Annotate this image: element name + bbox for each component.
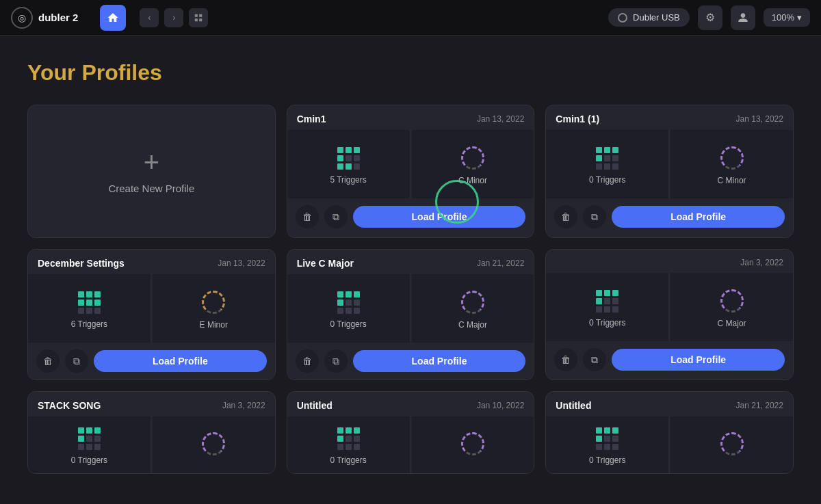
load-profile-button[interactable]: Load Profile [612,206,785,228]
trigger-grid-icon [337,147,360,170]
card-header: Untitled Jan 10, 2022 [287,392,534,416]
card-date: Jan 3, 2022 [740,258,783,267]
device-name: Dubler USB [633,12,680,23]
scale-label: C Major [458,320,487,330]
load-profile-button[interactable]: Load Profile [94,350,267,372]
trigger-grid-icon [78,291,101,314]
card-icons-row: 5 Triggers C Minor [287,130,534,198]
card-header: Live C Major Jan 21, 2022 [287,250,534,274]
svg-rect-2 [195,18,198,21]
card-icons-row: 0 Triggers [287,416,534,473]
card-profile-name: Untitled [297,400,333,411]
card-date: Jan 13, 2022 [218,258,265,268]
svg-rect-3 [200,18,203,21]
card-date: Jan 21, 2022 [477,258,524,268]
svg-rect-1 [200,14,203,16]
card-date: Jan 13, 2022 [477,114,524,124]
trigger-count-label: 0 Triggers [330,455,366,465]
card-header: STACK SONG Jan 3, 2022 [28,392,275,416]
trigger-grid-icon [78,427,101,450]
profile-card-untitled-2: Untitled Jan 21, 2022 0 Triggers [545,391,794,474]
scale-label: C Minor [458,176,487,185]
settings-button[interactable]: ⚙ [698,5,722,30]
delete-button[interactable]: 🗑 [36,349,60,373]
trigger-count-label: 6 Triggers [71,319,107,329]
main-content: Your Profiles + Create New Profile Cmin1… [0,36,821,504]
trigger-count-label: 0 Triggers [589,318,625,328]
triggers-block: 0 Triggers [287,274,410,343]
home-button[interactable] [100,5,126,31]
trigger-count-label: 0 Triggers [589,455,625,465]
duplicate-button[interactable]: ⧉ [583,205,606,228]
card-header: December Settings Jan 13, 2022 [28,250,275,274]
card-profile-name: Cmin1 [297,114,326,124]
duplicate-button[interactable]: ⧉ [583,348,606,371]
load-profile-button[interactable]: Load Profile [353,350,526,372]
scale-icon [720,289,744,313]
nav-back-button[interactable]: ‹ [140,8,159,27]
device-selector[interactable]: Dubler USB [608,8,690,27]
card-icons-row: 6 Triggers E Minor [28,274,275,343]
card-header: Jan 3, 2022 [546,250,793,273]
card-profile-name: Untitled [556,400,591,411]
delete-button[interactable]: 🗑 [296,205,319,228]
duplicate-button[interactable]: ⧉ [324,205,348,228]
logo-icon: ◎ [11,7,33,29]
profile-card-december-settings: December Settings Jan 13, 2022 6 Trigger… [27,249,276,380]
card-date: Jan 10, 2022 [477,401,524,410]
profile-card-cmin1-1: Cmin1 (1) Jan 13, 2022 0 Triggers C [545,105,794,238]
trigger-count-label: 5 Triggers [330,175,366,185]
load-profile-button[interactable]: Load Profile [353,206,526,228]
nav-forward-button[interactable]: › [164,8,183,27]
scale-label: E Minor [200,320,228,330]
trigger-grid-icon [596,147,618,170]
triggers-block: 0 Triggers [546,130,669,198]
card-profile-name: Cmin1 (1) [556,114,599,124]
triggers-block: 0 Triggers [28,416,151,473]
scale-icon [201,290,226,315]
triggers-block: 0 Triggers [546,416,669,473]
delete-button[interactable]: 🗑 [554,348,577,371]
create-new-profile-card[interactable]: + Create New Profile [27,105,276,238]
svg-rect-0 [195,14,198,16]
delete-button[interactable]: 🗑 [296,349,319,373]
duplicate-button[interactable]: ⧉ [324,349,348,373]
profile-button[interactable] [731,5,755,30]
trigger-count-label: 0 Triggers [330,319,366,329]
profile-card-stack-song: STACK SONG Jan 3, 2022 0 Triggers [27,391,276,474]
trigger-count-label: 0 Triggers [589,175,625,185]
triggers-block: 6 Triggers [28,274,151,343]
scale-block: C Major [670,273,793,341]
zoom-control[interactable]: 100% ▾ [764,8,810,27]
device-status-icon [618,13,627,23]
scale-block: E Minor [153,274,275,343]
trigger-count-label: 0 Triggers [71,455,107,465]
create-plus-icon: + [144,148,159,176]
delete-button[interactable]: 🗑 [554,205,577,228]
load-profile-button[interactable]: Load Profile [612,349,785,371]
nav-grid-button[interactable] [189,8,208,27]
scale-icon [720,432,744,456]
card-actions: 🗑 ⧉ Load Profile [287,198,534,235]
top-navigation: ◎ dubler 2 ‹ › Dubler USB ⚙ 100% ▾ [0,0,821,36]
scale-label: C Minor [718,176,746,185]
scale-block: C Minor [670,130,793,198]
profile-card-untitled-1: Untitled Jan 10, 2022 0 Triggers [287,391,535,474]
card-actions: 🗑 ⧉ Load Profile [28,343,275,380]
scale-label: C Major [718,319,746,328]
card-profile-name: STACK SONG [38,400,101,411]
card-actions: 🗑 ⧉ Load Profile [546,198,793,235]
create-new-profile-label: Create New Profile [108,183,194,194]
nav-search-area: ‹ › [140,8,208,27]
card-profile-name: December Settings [38,258,125,269]
triggers-block: 5 Triggers [287,130,410,198]
duplicate-button[interactable]: ⧉ [65,349,88,373]
trigger-grid-icon [337,291,360,314]
scale-icon [460,146,485,170]
trigger-grid-icon [596,290,618,313]
card-header: Cmin1 (1) Jan 13, 2022 [546,105,793,130]
card-icons-row: 0 Triggers [546,416,793,473]
card-date: Jan 13, 2022 [736,114,783,124]
card-profile-name: Live C Major [297,258,354,269]
scale-icon [460,432,485,456]
